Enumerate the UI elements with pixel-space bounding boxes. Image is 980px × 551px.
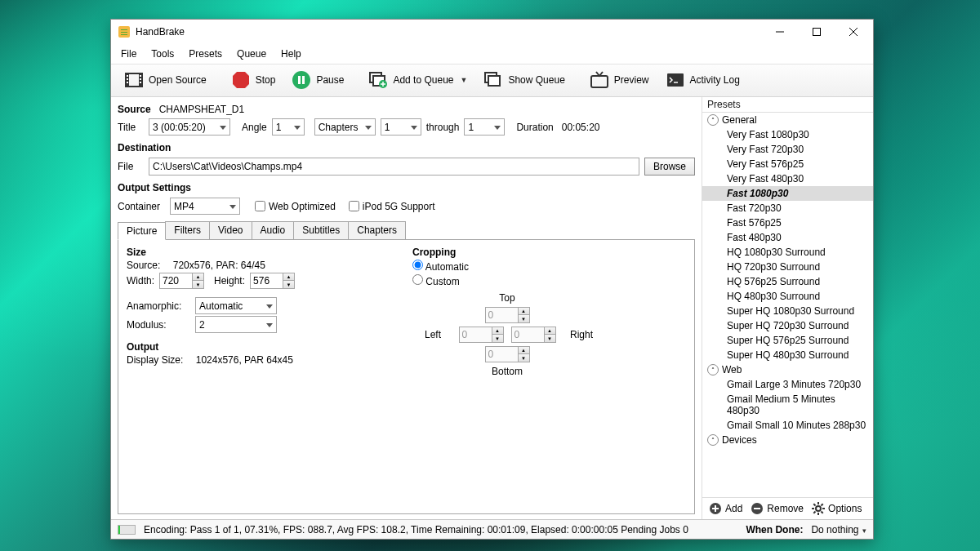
preset-item[interactable]: Fast 576p25: [702, 216, 873, 230]
statusbar: Encoding: Pass 1 of 1, 07.31%, FPS: 088.…: [111, 519, 873, 539]
height-stepper[interactable]: ▲▼: [250, 273, 295, 289]
chevron-down-icon[interactable]: ▼: [461, 76, 468, 84]
menu-tools[interactable]: Tools: [145, 46, 180, 62]
display-size-label: Display Size:: [127, 354, 183, 366]
svg-point-25: [816, 506, 821, 511]
preset-group[interactable]: ˄Devices: [702, 433, 873, 447]
preset-group[interactable]: ˄Web: [702, 362, 873, 377]
preset-item[interactable]: Super HQ 1080p30 Surround: [702, 304, 873, 318]
when-done-label: When Done:: [746, 524, 803, 535]
chevron-up-icon: ˄: [707, 364, 719, 375]
chapter-mode-select[interactable]: Chapters: [314, 118, 376, 136]
preset-item[interactable]: Super HQ 720p30 Surround: [702, 318, 873, 333]
preset-options-button[interactable]: Options: [812, 502, 862, 515]
tab-picture[interactable]: Picture: [118, 222, 166, 240]
preset-item[interactable]: HQ 480p30 Surround: [702, 289, 873, 304]
preset-item[interactable]: Gmail Small 10 Minutes 288p30: [702, 418, 873, 433]
preset-item[interactable]: HQ 576p25 Surround: [702, 274, 873, 289]
preset-item[interactable]: Super HQ 480p30 Surround: [702, 348, 873, 362]
tab-video[interactable]: Video: [209, 221, 252, 239]
browse-button[interactable]: Browse: [644, 158, 695, 176]
svg-rect-7: [127, 82, 128, 83]
tab-audio[interactable]: Audio: [252, 221, 295, 239]
terminal-icon: [666, 70, 685, 90]
crop-custom-radio[interactable]: Custom: [412, 274, 460, 287]
show-queue-button[interactable]: Show Queue: [477, 68, 571, 92]
window-maximize-button[interactable]: [798, 20, 835, 44]
preview-button[interactable]: Preview: [583, 68, 656, 92]
menu-help[interactable]: Help: [274, 46, 308, 62]
tab-subtitles[interactable]: Subtitles: [293, 221, 349, 239]
preset-item[interactable]: Very Fast 480p30: [702, 171, 873, 186]
preset-item[interactable]: Very Fast 720p30: [702, 142, 873, 157]
app-window: HandBrake File Tools Presets Queue Help …: [110, 19, 874, 540]
presets-tree[interactable]: ˄GeneralVery Fast 1080p30Very Fast 720p3…: [702, 112, 873, 497]
preset-group[interactable]: ˄General: [702, 113, 873, 127]
preset-item[interactable]: Fast 720p30: [702, 201, 873, 216]
chapter-to-select[interactable]: 1: [464, 118, 505, 136]
angle-select[interactable]: 1: [272, 118, 305, 136]
titlebar: HandBrake: [111, 20, 873, 44]
menu-presets[interactable]: Presets: [182, 46, 229, 62]
width-stepper[interactable]: ▲▼: [159, 273, 204, 289]
web-optimized-checkbox[interactable]: Web Optimized: [255, 201, 336, 212]
open-source-button[interactable]: Open Source: [118, 68, 213, 92]
presets-header: Presets: [702, 97, 873, 112]
svg-rect-20: [591, 76, 608, 87]
svg-rect-9: [140, 78, 141, 80]
crop-bottom-stepper: ▲▼: [485, 346, 530, 362]
pause-label: Pause: [316, 74, 344, 86]
output-settings-section: Output Settings: [118, 182, 695, 193]
container-select[interactable]: MP4: [170, 198, 240, 215]
destination-file-input[interactable]: [149, 158, 639, 176]
crop-automatic-radio[interactable]: Automatic: [412, 260, 469, 273]
preset-item[interactable]: Gmail Medium 5 Minutes 480p30: [702, 392, 873, 418]
chapter-from-select[interactable]: 1: [381, 118, 421, 136]
width-label: Width:: [127, 275, 154, 287]
presets-panel: Presets ˄GeneralVery Fast 1080p30Very Fa…: [702, 97, 873, 519]
tab-filters[interactable]: Filters: [165, 221, 210, 239]
anamorphic-select[interactable]: Automatic: [195, 297, 277, 314]
display-size-value: 1024x576, PAR 64x45: [196, 354, 293, 366]
crop-left-stepper: ▲▼: [459, 327, 504, 343]
svg-rect-5: [127, 75, 128, 77]
window-close-button[interactable]: [835, 20, 871, 44]
tab-chapters[interactable]: Chapters: [348, 221, 406, 239]
stop-button[interactable]: Stop: [225, 68, 283, 92]
menu-file[interactable]: File: [114, 46, 143, 62]
preset-item[interactable]: HQ 1080p30 Surround: [702, 245, 873, 260]
through-label: through: [426, 122, 460, 133]
svg-rect-13: [298, 76, 301, 84]
modulus-select[interactable]: 2: [195, 316, 277, 333]
minus-icon: [751, 502, 764, 515]
preset-item[interactable]: Fast 1080p30: [702, 186, 873, 201]
activity-log-button[interactable]: Activity Log: [659, 68, 746, 92]
show-queue-icon: [483, 70, 503, 90]
picture-source-label: Source:: [127, 260, 160, 271]
pause-button[interactable]: Pause: [285, 68, 350, 92]
preset-item[interactable]: Very Fast 1080p30: [702, 127, 873, 142]
show-queue-label: Show Queue: [508, 74, 564, 86]
preview-label: Preview: [614, 74, 649, 86]
title-label: Title: [118, 122, 144, 133]
crop-top-stepper: ▲▼: [485, 307, 530, 323]
menu-queue[interactable]: Queue: [230, 46, 273, 62]
window-minimize-button[interactable]: [761, 20, 798, 44]
title-select[interactable]: 3 (00:05:20): [149, 118, 230, 136]
toolbar: Open Source Stop Pause Add to Queue ▼ Sh…: [111, 64, 873, 97]
preset-item[interactable]: Gmail Large 3 Minutes 720p30: [702, 377, 873, 392]
menubar: File Tools Presets Queue Help: [111, 44, 873, 64]
preset-item[interactable]: HQ 720p30 Surround: [702, 260, 873, 274]
preset-item[interactable]: Fast 480p30: [702, 230, 873, 245]
add-to-queue-button[interactable]: Add to Queue ▼: [362, 68, 474, 92]
preset-item[interactable]: Super HQ 576p25 Surround: [702, 333, 873, 348]
when-done-select[interactable]: Do nothing ▾: [811, 524, 866, 535]
source-label: Source: [118, 104, 151, 115]
svg-rect-1: [813, 29, 820, 36]
source-name: CHAMPSHEAT_D1: [159, 104, 244, 115]
add-to-queue-label: Add to Queue: [393, 74, 453, 86]
ipod-support-checkbox[interactable]: iPod 5G Support: [349, 201, 435, 212]
preset-item[interactable]: Very Fast 576p25: [702, 157, 873, 171]
preset-add-button[interactable]: Add: [709, 502, 742, 515]
preset-remove-button[interactable]: Remove: [751, 502, 804, 515]
